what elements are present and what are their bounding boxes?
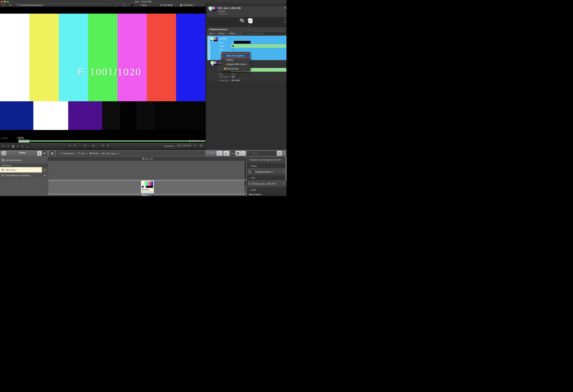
sidebar-item-shots-without-sequence[interactable]: Shots Without a Sequence ▶ bbox=[0, 172, 48, 178]
menu-item-replace[interactable]: Replace bbox=[226, 59, 233, 61]
background-swatch-button[interactable]: ▼ bbox=[130, 3, 138, 7]
go-to-end-button[interactable]: ▶ bbox=[106, 143, 110, 148]
version-card-thumbnail bbox=[142, 195, 153, 196]
breadcrumb-all-projects[interactable]: All Projects bbox=[64, 152, 74, 155]
related-versions-title: 2 Related Versions bbox=[209, 28, 228, 31]
stereo-dots-icon bbox=[139, 4, 142, 6]
back-to-project-button[interactable]: 1111 bbox=[1, 151, 6, 155]
sidebar-item-all-shot-versions[interactable]: ▶ All Shot Versions bbox=[0, 157, 48, 164]
streaming-selector[interactable]: Streaming ▼ bbox=[164, 144, 175, 148]
list-view-toggle[interactable] bbox=[42, 151, 47, 156]
forward-button[interactable]: ▶ bbox=[7, 3, 14, 7]
version-search-box[interactable]: ∨ bbox=[242, 32, 286, 35]
sidebar-item-sequence[interactable]: 1111_seq_1 ▶ bbox=[0, 167, 48, 172]
frame-crop-button[interactable]: ▼ bbox=[122, 3, 129, 7]
palette-button[interactable] bbox=[6, 144, 11, 149]
notes-tab-icon[interactable] bbox=[240, 18, 245, 23]
display-profile-button[interactable]: CG Display 1 ▼ bbox=[179, 3, 204, 7]
section-header-label: Sequences bbox=[2, 164, 12, 167]
play-backward-button[interactable]: ◀ bbox=[80, 143, 89, 148]
version-card-selected[interactable]: version2 bbox=[141, 181, 154, 193]
grid-view-button[interactable] bbox=[235, 151, 240, 156]
video-canvas[interactable]: F: 1001/1020 bbox=[0, 7, 205, 136]
filter-section-link[interactable]: ∨ Link bbox=[248, 175, 286, 180]
viewer-toolbar: ◀ ▶ Screening Room Sequence ▼ ↔ ▼ ▼ Mono… bbox=[0, 3, 205, 7]
versions-tab-icon[interactable]: ▶ bbox=[248, 18, 253, 24]
close-panel-icon[interactable]: ✕ bbox=[284, 18, 286, 21]
person-icon bbox=[231, 41, 233, 44]
popout-browser-icon[interactable]: ↗ bbox=[284, 154, 285, 155]
frame-number-button[interactable]: 1 bbox=[25, 144, 30, 149]
go-to-start-button[interactable]: ◀ bbox=[101, 143, 106, 148]
more-filters-button[interactable]: More Filters ∨ bbox=[248, 192, 286, 196]
refresh-icon[interactable]: ↻ bbox=[213, 152, 215, 155]
play-forward-button[interactable]: ▶ bbox=[89, 143, 98, 148]
loop-button[interactable]: ↻▼ bbox=[192, 143, 199, 148]
browser-search-input[interactable] bbox=[251, 152, 272, 155]
pending-review-checkbox[interactable] bbox=[249, 171, 251, 173]
grid-scrollbar[interactable] bbox=[245, 161, 246, 196]
search-go-button[interactable] bbox=[277, 151, 282, 156]
grid-scrollbar-thumb[interactable] bbox=[245, 161, 246, 186]
source-type-label: URL bbox=[187, 145, 191, 147]
marked-frame-button[interactable]: ① bbox=[20, 144, 25, 149]
favorite-star-icon[interactable]: ☆ bbox=[206, 152, 208, 155]
shot-column-header[interactable]: 111...001 bbox=[145, 158, 153, 160]
info-button[interactable]: i bbox=[11, 144, 16, 149]
step-back-icon: ◀ bbox=[69, 145, 71, 147]
share-icon[interactable]: ↑ bbox=[210, 152, 212, 154]
resize-view-button[interactable]: ↔ bbox=[113, 3, 121, 7]
shot-link-checkbox[interactable] bbox=[249, 183, 251, 185]
rv-screening-room-window: mp4 -- Frame 1001 ◀ ▶ Screening Room Seq… bbox=[0, 0, 286, 196]
breadcrumb-shots[interactable]: Shots bbox=[93, 152, 98, 155]
sort-dropdown[interactable]: Sort ∨ bbox=[209, 32, 215, 34]
menu-item-flag-selected[interactable]: Flag Selected bbox=[226, 68, 238, 70]
fields-dropdown[interactable]: Fields ∨ bbox=[229, 32, 236, 34]
channel-mode-button[interactable]: Mono ▼ bbox=[138, 3, 158, 7]
popout-icon[interactable]: ↗ bbox=[284, 21, 286, 23]
chevron-down-icon: ▼ bbox=[134, 4, 137, 6]
browser-search-box[interactable]: ▼ bbox=[247, 151, 276, 156]
step-back-button[interactable]: ◀ bbox=[68, 143, 72, 148]
home-icon[interactable]: ⌂ bbox=[57, 152, 59, 155]
swap-sources-button[interactable]: ⇄ bbox=[16, 144, 20, 149]
current-version-name: version2 bbox=[218, 10, 225, 12]
version-card[interactable]: version1 bbox=[141, 194, 154, 196]
filter-panel-scrollbar-thumb[interactable] bbox=[286, 157, 286, 181]
columns-view-button[interactable] bbox=[50, 151, 54, 156]
clock-icon bbox=[217, 152, 220, 154]
scissors-icon: ✂ bbox=[242, 152, 244, 155]
volume-button[interactable]: ⟩▼ bbox=[198, 143, 205, 148]
group-dropdown[interactable]: Group ∨ bbox=[218, 32, 225, 34]
favorites-star-toggle[interactable]: ★ bbox=[37, 151, 42, 156]
chevron-down-icon: ▼ bbox=[227, 153, 228, 154]
sequence-selector[interactable]: Screening Room Sequence ▼ bbox=[16, 3, 113, 7]
viewer-tools-cluster: ◂ i ⇄ ① 1 bbox=[1, 144, 30, 149]
cut-order-button[interactable]: ✂ bbox=[240, 151, 246, 156]
more-info-link[interactable]: More info bbox=[220, 13, 228, 15]
menu-item-compare-with-current[interactable]: Compare With Current bbox=[226, 63, 246, 65]
playhead-region[interactable] bbox=[18, 140, 29, 142]
back-button[interactable]: ◀ bbox=[0, 3, 7, 7]
recent-time-button[interactable]: ▼ bbox=[216, 151, 222, 156]
menu-item-swap-into-sequence[interactable]: Swap Into Sequence bbox=[222, 53, 250, 58]
filter-section-status[interactable]: ∨ Status bbox=[248, 163, 286, 168]
step-forward-button[interactable]: ▶ bbox=[72, 143, 77, 148]
filter-section-artist[interactable]: ∨ Artist bbox=[248, 187, 286, 192]
version-search-input[interactable] bbox=[246, 33, 282, 35]
expand-shots-arrow[interactable]: ▶ bbox=[42, 172, 48, 178]
sidebar-title: Shots bbox=[10, 151, 35, 154]
filter-item-pending-review: Pending Review (rev) 2 bbox=[248, 168, 286, 175]
breadcrumb-project[interactable]: 1111 bbox=[81, 152, 85, 155]
sort-order-button[interactable]: ⇄ ▼ bbox=[223, 151, 230, 156]
status-field-label: Status bbox=[219, 45, 224, 47]
expand-sequence-arrow[interactable]: ▶ bbox=[42, 167, 48, 172]
panel-toggle-button[interactable]: ◂ bbox=[1, 144, 6, 149]
thumbnail-row-view-button[interactable] bbox=[230, 151, 235, 156]
project-icon bbox=[61, 152, 63, 154]
timeline-scrubber[interactable] bbox=[18, 140, 190, 142]
breadcrumb-sequence[interactable]: 1111_seq_1 bbox=[106, 152, 117, 155]
color-mode-button[interactable]: C Color (RGB) ▼ bbox=[158, 3, 178, 7]
frame-burn-in-text: F: 1001/1020 bbox=[54, 67, 164, 77]
pin-icon[interactable] bbox=[284, 7, 286, 9]
